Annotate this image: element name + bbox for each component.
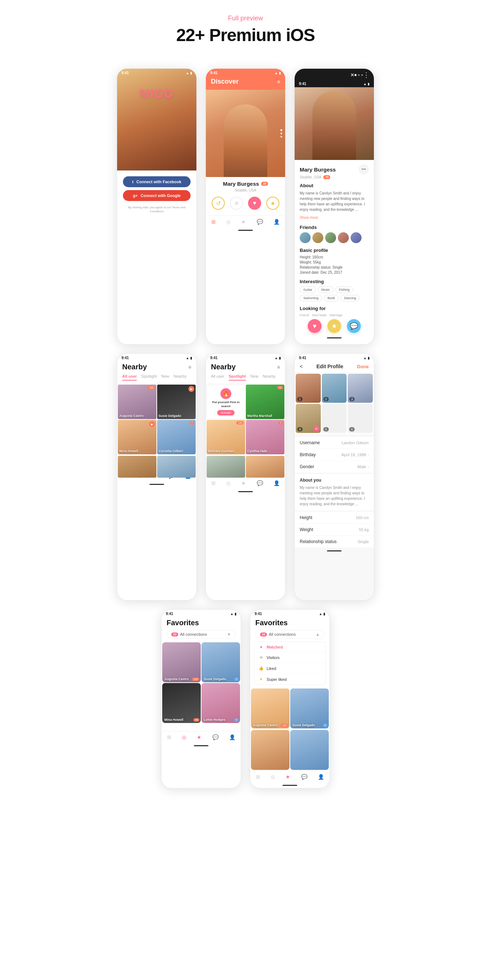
profile-location: Seatitle, USA 75 — [300, 175, 369, 179]
profile-nav-icon[interactable]: 👤 — [274, 219, 280, 224]
photo-slot-1[interactable]: 1 — [296, 374, 321, 403]
photo-slot-6[interactable]: 6 — [348, 404, 373, 433]
fav-card-2[interactable]: Susie Delgado 7 — [201, 642, 240, 682]
back-button[interactable]: < — [300, 363, 303, 369]
fav-card-4[interactable] — [290, 730, 329, 770]
dot-1 — [281, 129, 282, 131]
tab-nearby[interactable]: Nearby — [174, 374, 186, 380]
show-more-button[interactable]: Show more — [300, 216, 318, 220]
fav-card-3[interactable]: Mina Howell 70 — [162, 683, 201, 723]
nearby-card-2[interactable]: Susie Delgado ▶ — [157, 385, 196, 419]
profile-icon[interactable]: 👤 — [274, 480, 280, 486]
relationship-row[interactable]: Relationship status Single — [295, 536, 374, 547]
compass-nav-icon[interactable]: ◎ — [226, 219, 231, 224]
profile-icon[interactable]: 👤 — [229, 734, 235, 740]
star-icon[interactable]: ★ — [197, 734, 201, 740]
google-login-button[interactable]: g+ Connect with Google — [123, 190, 191, 201]
dropdown-visitors[interactable]: 👁 Visitors — [254, 652, 325, 663]
nearby-card-3[interactable]: Mina Howell ▶ — [118, 420, 156, 454]
compass-icon[interactable]: ◎ — [271, 774, 275, 780]
filter-badge: 25 — [171, 633, 178, 636]
chat-action[interactable]: 💬 — [347, 319, 361, 333]
home-icon[interactable]: ⊞ — [256, 774, 260, 780]
star-action[interactable]: ★ — [327, 319, 341, 333]
card-name: Susie Delgado — [159, 414, 181, 418]
nearby-card-5[interactable] — [118, 456, 156, 478]
nearby-card-barbara[interactable]: Barbara Guzman 100 — [207, 420, 245, 454]
birthday-row[interactable]: Birthday April 18, 1988 › — [295, 449, 374, 461]
nearby-card-cynthia[interactable]: Cynthia Hale 7 — [246, 420, 284, 454]
done-button[interactable]: Done — [357, 364, 369, 369]
home-icon[interactable]: ⊞ — [211, 480, 216, 486]
fav-card-1[interactable]: Augusta Castro 100 — [251, 689, 290, 729]
friend-avatar-3[interactable] — [325, 232, 336, 243]
chat-icon[interactable]: 💬 — [212, 734, 218, 740]
nearby-card-1[interactable]: Augusta Castro 100 — [118, 385, 156, 419]
tab-all-user[interactable]: All user — [211, 374, 225, 380]
tab-all-user[interactable]: All user — [122, 374, 137, 380]
friend-avatar-1[interactable] — [300, 232, 311, 243]
star-button[interactable]: ★ — [266, 197, 279, 210]
star-icon[interactable]: ★ — [285, 774, 290, 780]
photo-slot-2[interactable]: 2 — [322, 374, 347, 403]
nearby-card-martha[interactable]: Martha Marshall 70 — [246, 385, 284, 419]
add-photo-icon[interactable]: + — [314, 426, 319, 431]
friend-avatar-5[interactable] — [351, 232, 362, 243]
like-action[interactable]: ♥ — [308, 319, 322, 333]
chat-icon[interactable]: 💬 — [301, 774, 307, 780]
menu-icon[interactable]: ≡ — [277, 364, 280, 370]
favorites-filter[interactable]: 25 All connections ▼ — [167, 630, 236, 639]
favorites-filter[interactable]: 25 All connections ▲ — [255, 630, 324, 639]
nearby-card-extra2[interactable] — [246, 456, 284, 478]
fav-card-2[interactable]: Susie Delgado 7 — [290, 689, 329, 729]
fav-card-3[interactable] — [251, 730, 290, 770]
like-button[interactable]: ♥ — [248, 197, 261, 210]
activate-button[interactable]: Activate — [217, 410, 234, 415]
profile-icon[interactable]: 👤 — [318, 774, 324, 780]
rewind-button[interactable]: ↺ — [212, 197, 225, 210]
tab-spotlight[interactable]: Spotlight — [229, 374, 246, 380]
tab-new[interactable]: New — [250, 374, 258, 380]
photo-slot-3[interactable]: 3 — [348, 374, 373, 403]
fav-card-1[interactable]: Augusta Castro 100 — [162, 642, 201, 682]
friend-avatar-2[interactable] — [312, 232, 323, 243]
photo-slot-5[interactable]: 5 — [322, 404, 347, 433]
compass-icon[interactable]: ◎ — [226, 480, 231, 486]
screens-row-2: 9:41 ▲ ▮ Nearby ≡ All user Spotlight New… — [117, 353, 374, 600]
more-options-button[interactable]: ⋮ — [363, 71, 370, 79]
battery-icon: ▮ — [323, 612, 325, 616]
bottom-nav: ⊞ ◎ ★ 💬 👤 — [250, 771, 330, 783]
compass-icon[interactable]: ◎ — [182, 734, 186, 740]
dropdown-matched[interactable]: ♥ Matched — [254, 642, 325, 652]
nearby-card-6[interactable] — [157, 456, 196, 478]
time: 9:41 — [255, 612, 262, 616]
star-icon[interactable]: ★ — [241, 480, 246, 486]
tab-spotlight[interactable]: Spotlight — [141, 374, 157, 380]
chat-nav-icon[interactable]: 💬 — [257, 219, 263, 224]
superliked-label: Super liked — [266, 677, 287, 682]
card-photo — [118, 456, 156, 478]
nearby-card-extra1[interactable] — [207, 456, 245, 478]
friend-avatar-4[interactable] — [338, 232, 349, 243]
height-text: Height: 160cm — [300, 255, 323, 259]
facebook-login-button[interactable]: f Connect with Facebook — [123, 176, 191, 187]
tab-nearby[interactable]: Nearby — [263, 374, 275, 380]
star-nav-icon[interactable]: ★ — [241, 219, 246, 224]
photo-slot-4[interactable]: 4 + — [296, 404, 321, 433]
fav-photo-3 — [162, 683, 201, 723]
menu-icon[interactable]: ≡ — [277, 79, 280, 85]
nearby-card-4[interactable]: Cornelia Gilbert 7 — [157, 420, 196, 454]
more-button[interactable]: ••• — [359, 164, 369, 175]
home-nav-icon[interactable]: ⊞ — [211, 219, 216, 224]
chat-icon[interactable]: 💬 — [257, 480, 263, 486]
fav-card-4[interactable]: Lottie Hodges 7 — [201, 683, 240, 723]
close-button[interactable]: ✕ — [350, 72, 355, 78]
tab-new[interactable]: New — [161, 374, 169, 380]
dropdown-liked[interactable]: 👍 Liked — [254, 663, 325, 674]
dropdown-superliked[interactable]: ★ Super liked — [254, 674, 325, 684]
menu-icon[interactable]: ≡ — [188, 364, 191, 370]
dislike-button[interactable]: ✕ — [230, 197, 243, 210]
chevron-icon: › — [368, 465, 369, 469]
home-icon[interactable]: ⊞ — [167, 734, 171, 740]
gender-row[interactable]: Gender Male › — [295, 461, 374, 473]
